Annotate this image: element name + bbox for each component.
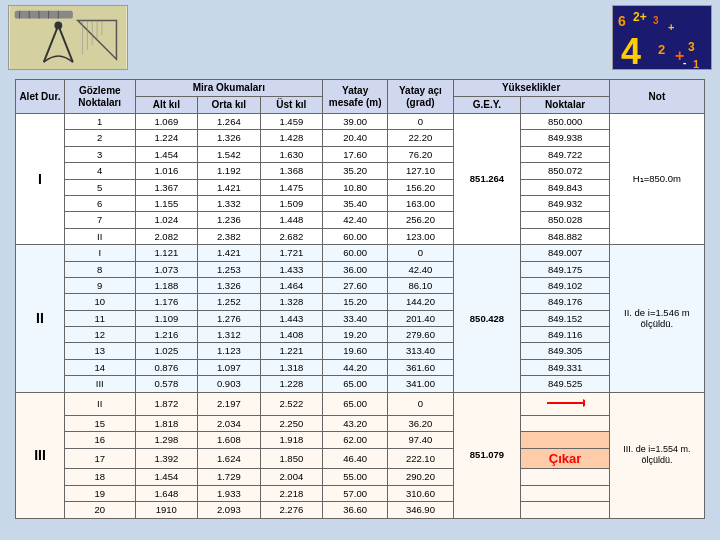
svg-text:+: + — [668, 21, 674, 33]
group-i-label: I — [16, 114, 65, 245]
table-row: 19 1.648 1.933 2.218 57.00 310.60 — [16, 485, 705, 501]
table-row: 6 1.155 1.332 1.509 35.40 163.00 849.932 — [16, 195, 705, 211]
table-row: II 2.082 2.382 2.682 60.00 123.00 848.88… — [16, 228, 705, 244]
ciklar-label: Çıkar — [549, 451, 582, 466]
table-row: 7 1.024 1.236 1.448 42.40 256.20 850.028 — [16, 212, 705, 228]
header-yukseklikler: Yükseklikler — [453, 80, 609, 97]
group-iii-label: III — [16, 392, 65, 518]
svg-marker-28 — [583, 399, 585, 407]
header-gozlem: Gözleme Noktaları — [64, 80, 135, 114]
math-decoration: 6 2+ 3 + 4 2 + 3 - 1 — [612, 5, 712, 70]
table-row: 9 1.188 1.326 1.464 27.60 86.10 849.102 — [16, 277, 705, 293]
table-row: 3 1.454 1.542 1.630 17.60 76.20 849.722 — [16, 146, 705, 162]
header: 6 2+ 3 + 4 2 + 3 - 1 — [0, 0, 720, 75]
table-row: 18 1.454 1.729 2.004 55.00 290.20 — [16, 469, 705, 485]
header-not: Not — [609, 80, 704, 114]
survey-table: Alet Dur. Gözleme Noktaları Mira Okumala… — [15, 79, 705, 519]
svg-text:6: 6 — [618, 13, 626, 29]
svg-point-9 — [54, 22, 62, 30]
table-row: 5 1.367 1.421 1.475 10.80 156.20 849.843 — [16, 179, 705, 195]
table-row: III II 1.872 2.197 2.522 65.00 0 851.079 — [16, 392, 705, 415]
svg-rect-1 — [15, 11, 73, 19]
svg-text:4: 4 — [621, 31, 641, 70]
table-row: 13 1.025 1.123 1.221 19.60 313.40 849.30… — [16, 343, 705, 359]
table-row: 15 1.818 2.034 2.250 43.20 36.20 — [16, 416, 705, 432]
table-row: 12 1.216 1.312 1.408 19.20 279.60 849.11… — [16, 327, 705, 343]
svg-text:1: 1 — [693, 58, 699, 70]
table-row: 8 1.073 1.253 1.433 36.00 42.40 849.175 — [16, 261, 705, 277]
table-row: II I 1.121 1.421 1.721 60.00 0 850.428 8… — [16, 245, 705, 261]
group-ii-label: II — [16, 245, 65, 393]
page-container: 6 2+ 3 + 4 2 + 3 - 1 Alet Dur. Gözleme N… — [0, 0, 720, 540]
header-alet-dur: Alet Dur. — [16, 80, 65, 114]
table-row: 2 1.224 1.326 1.428 20.40 22.20 849.938 — [16, 130, 705, 146]
table-row: III 0.578 0.903 1.228 65.00 341.00 849.5… — [16, 376, 705, 392]
table-row: 10 1.176 1.252 1.328 15.20 144.20 849.17… — [16, 294, 705, 310]
table-row: 11 1.109 1.276 1.443 33.40 201.40 849.15… — [16, 310, 705, 326]
svg-text:2: 2 — [658, 42, 665, 57]
compass-decoration — [8, 5, 128, 70]
svg-text:3: 3 — [653, 15, 659, 26]
header-mira: Mira Okumaları — [135, 80, 323, 97]
svg-text:3: 3 — [688, 40, 695, 54]
header-yatay-mes: Yatay mesafe (m) — [323, 80, 388, 114]
table-row: 20 1910 2.093 2.276 36.60 346.90 — [16, 502, 705, 518]
header-alt: Alt kıl — [135, 97, 198, 114]
main-content: Alet Dur. Gözleme Noktaları Mira Okumala… — [0, 75, 720, 523]
svg-text:-: - — [683, 57, 686, 68]
header-noktalar: Noktalar — [521, 97, 609, 114]
table-row: 16 1.298 1.608 1.918 62.00 97.40 — [16, 432, 705, 448]
header-ust: Üst kıl — [260, 97, 323, 114]
svg-text:2+: 2+ — [633, 10, 647, 24]
table-row: 14 0.876 1.097 1.318 44.20 361.60 849.33… — [16, 359, 705, 375]
table-row: I 1 1.069 1.264 1.459 39.00 0 851.264 85… — [16, 114, 705, 130]
table-row: 17 1.392 1.624 1.850 46.40 222.10 Çıkar — [16, 448, 705, 469]
header-orta: Orta kıl — [198, 97, 261, 114]
header-yatay-aci: Yatay açı (grad) — [388, 80, 453, 114]
table-row: 4 1.016 1.192 1.368 35.20 127.10 850.072 — [16, 163, 705, 179]
header-gey: G.E.Y. — [453, 97, 521, 114]
